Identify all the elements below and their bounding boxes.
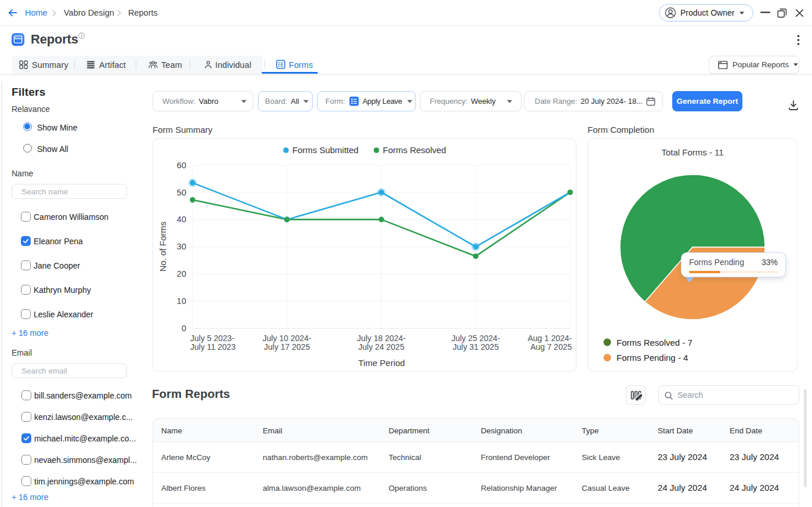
svg-text:50: 50 xyxy=(177,188,186,197)
svg-text:July 11 2023: July 11 2023 xyxy=(190,342,236,352)
svg-text:0: 0 xyxy=(182,324,186,333)
svg-text:60: 60 xyxy=(177,161,186,170)
svg-text:July 24 2025: July 24 2025 xyxy=(358,342,405,352)
svg-text:Total Forms - 11: Total Forms - 11 xyxy=(661,147,723,157)
svg-text:July 31 2025: July 31 2025 xyxy=(453,342,499,352)
svg-text:July 18 2024-: July 18 2024- xyxy=(357,334,405,343)
svg-text:Aug 7 2025: Aug 7 2025 xyxy=(530,342,572,352)
svg-text:Forms Pending - 4: Forms Pending - 4 xyxy=(617,353,688,363)
svg-text:20: 20 xyxy=(177,269,186,278)
svg-text:July 10 2024-: July 10 2024- xyxy=(263,334,311,343)
svg-text:10: 10 xyxy=(177,296,186,306)
svg-text:July 17 2025: July 17 2025 xyxy=(264,342,310,352)
svg-text:July 25 2024-: July 25 2024- xyxy=(451,334,500,343)
svg-text:Forms Resolved - 7: Forms Resolved - 7 xyxy=(617,338,693,347)
svg-text:Forms Resolved: Forms Resolved xyxy=(383,145,446,155)
svg-text:40: 40 xyxy=(177,215,186,224)
svg-text:Forms Submitted: Forms Submitted xyxy=(292,145,358,155)
svg-text:No. of Forms: No. of Forms xyxy=(158,222,168,272)
svg-text:Aug 1 2024-: Aug 1 2024- xyxy=(528,334,572,343)
svg-text:July 5 2023-: July 5 2023- xyxy=(190,334,235,343)
svg-text:Time Period: Time Period xyxy=(358,358,405,368)
svg-text:30: 30 xyxy=(177,242,186,251)
